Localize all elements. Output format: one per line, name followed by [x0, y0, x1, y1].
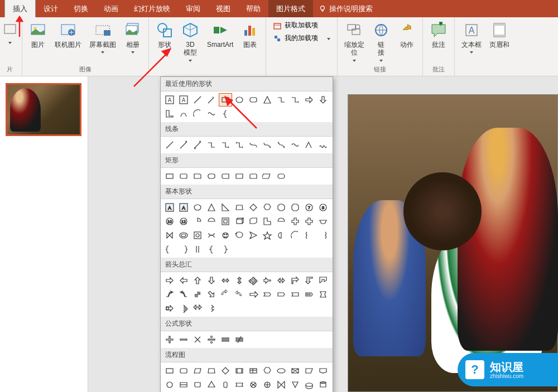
shape-flow-4[interactable]: [219, 364, 232, 378]
shape-basic-25[interactable]: [177, 229, 190, 242]
tab-pictureformat[interactable]: 图片格式: [268, 0, 313, 18]
shape-flow-11[interactable]: [316, 364, 330, 378]
shape-flow-15[interactable]: [205, 378, 218, 391]
shape-curve-free[interactable]: [288, 138, 302, 152]
shape-basic-31[interactable]: [261, 229, 274, 242]
shape-arrow-down[interactable]: [316, 93, 330, 107]
shape-basic-11[interactable]: 8: [316, 201, 330, 214]
shape-curve[interactable]: [205, 107, 218, 120]
chart-button[interactable]: 图表: [238, 20, 262, 72]
shape-arrow-1[interactable]: [177, 274, 190, 287]
shape-arrow-5[interactable]: [233, 274, 246, 287]
screenshot-button[interactable]: 屏幕截图: [86, 20, 119, 64]
shape-line-1[interactable]: [163, 138, 176, 152]
shape-basic-20[interactable]: [275, 215, 288, 228]
shape-flow-14[interactable]: [191, 378, 204, 391]
smartart-button[interactable]: SmartArt: [204, 20, 237, 72]
shape-basic-18[interactable]: [247, 215, 260, 228]
tab-slideshow[interactable]: 幻灯片放映: [126, 0, 178, 18]
shape-basic-13[interactable]: 12: [177, 215, 190, 228]
shape-rect-1[interactable]: [163, 170, 176, 183]
shape-basic-32[interactable]: [275, 229, 288, 242]
comment-button[interactable]: 批注: [426, 20, 451, 64]
shape-rect-9[interactable]: [275, 170, 288, 183]
shape-equals[interactable]: [219, 333, 232, 346]
shape-arrow-14[interactable]: [191, 288, 204, 301]
shape-flow-6[interactable]: [247, 364, 260, 378]
shape-arrow-3[interactable]: [205, 274, 218, 287]
shape-flow-23[interactable]: [316, 378, 330, 391]
shape-multiply[interactable]: [191, 333, 204, 346]
shape-basic-27[interactable]: [205, 229, 218, 242]
shape-basic-16[interactable]: [219, 215, 232, 228]
shape-arrow-22[interactable]: [302, 288, 316, 301]
shape-arrow-4[interactable]: [219, 274, 232, 287]
shape-basic-30[interactable]: [247, 229, 260, 242]
tab-view[interactable]: 视图: [208, 0, 238, 18]
shape-basic-5[interactable]: [233, 201, 246, 214]
shape-rect-8[interactable]: [261, 170, 274, 183]
shape-rect-7[interactable]: [247, 170, 260, 183]
shape-arrow-24[interactable]: [163, 302, 176, 315]
shape-elbow-3[interactable]: [233, 138, 246, 152]
tab-design[interactable]: 设计: [36, 0, 66, 18]
shape-scribble[interactable]: [316, 138, 330, 152]
shape-basic-26[interactable]: [191, 229, 204, 242]
shape-basic-3[interactable]: [205, 201, 218, 214]
shape-divide[interactable]: [205, 333, 218, 346]
shape-textbox-vert[interactable]: A: [177, 93, 190, 107]
tab-help[interactable]: 帮助: [238, 0, 268, 18]
shape-arrow-right[interactable]: [302, 93, 316, 107]
shape-arrow-6[interactable]: [247, 274, 260, 287]
shape-basic-0[interactable]: A: [163, 201, 176, 214]
shape-flow-22[interactable]: [302, 378, 316, 391]
shape-basic-8[interactable]: [275, 201, 288, 214]
shape-flow-18[interactable]: [247, 378, 260, 391]
shape-l-shape[interactable]: [163, 107, 176, 120]
shape-arrow-2[interactable]: [191, 274, 204, 287]
shape-flow-8[interactable]: [275, 364, 288, 378]
shape-rect-4[interactable]: [205, 170, 218, 183]
shape-line-arrow[interactable]: [205, 93, 218, 107]
shape-rect-6[interactable]: [233, 170, 246, 183]
shape-flow-0[interactable]: [163, 364, 176, 378]
shape-flow-19[interactable]: [261, 378, 274, 391]
shape-flow-2[interactable]: [191, 364, 204, 378]
shape-basic-12[interactable]: 10: [163, 215, 176, 228]
shape-rect-5[interactable]: [219, 170, 232, 183]
shape-curve-conn-2[interactable]: [261, 138, 274, 152]
shape-arrow-13[interactable]: [177, 288, 190, 301]
shape-basic-29[interactable]: [233, 229, 246, 242]
pictures-button[interactable]: 图片: [26, 20, 50, 64]
tab-animations[interactable]: 动画: [96, 0, 126, 18]
shape-arrow-15[interactable]: [205, 288, 218, 301]
tell-me-search[interactable]: 操作说明搜索: [313, 4, 378, 14]
shape-elbow-2[interactable]: [219, 138, 232, 152]
shape-arrow-20[interactable]: [275, 288, 288, 301]
shape-basic-1[interactable]: A: [177, 201, 190, 214]
textbox-button[interactable]: A 文本框: [458, 20, 485, 76]
shape-flow-12[interactable]: [163, 378, 176, 391]
shape-arrow-11[interactable]: [316, 274, 330, 287]
shape-arc[interactable]: [191, 107, 204, 120]
shape-notequal[interactable]: [233, 333, 246, 346]
shape-arrow-8[interactable]: [275, 274, 288, 287]
shape-arrow-9[interactable]: [288, 274, 302, 287]
shape-arrow-0[interactable]: [163, 274, 176, 287]
action-button[interactable]: 动作: [395, 20, 419, 64]
tab-transitions[interactable]: 切换: [66, 0, 96, 18]
get-addins-button[interactable]: 获取加载项: [270, 20, 334, 31]
shape-basic-40[interactable]: [219, 243, 232, 256]
shape-rect-3[interactable]: [191, 170, 204, 183]
shape-arrow-19[interactable]: [261, 288, 274, 301]
shape-basic-4[interactable]: [219, 201, 232, 214]
slide-thumbnail-1[interactable]: [6, 83, 81, 136]
shape-curve-conn-1[interactable]: [247, 138, 260, 152]
shape-arrow-10[interactable]: [302, 274, 316, 287]
shape-basic-38[interactable]: [191, 243, 204, 256]
shape-line[interactable]: [191, 93, 204, 107]
shape-basic-6[interactable]: [247, 201, 260, 214]
shape-basic-15[interactable]: [205, 215, 218, 228]
shape-freeform-2[interactable]: [302, 138, 316, 152]
shape-triangle[interactable]: [261, 93, 274, 107]
